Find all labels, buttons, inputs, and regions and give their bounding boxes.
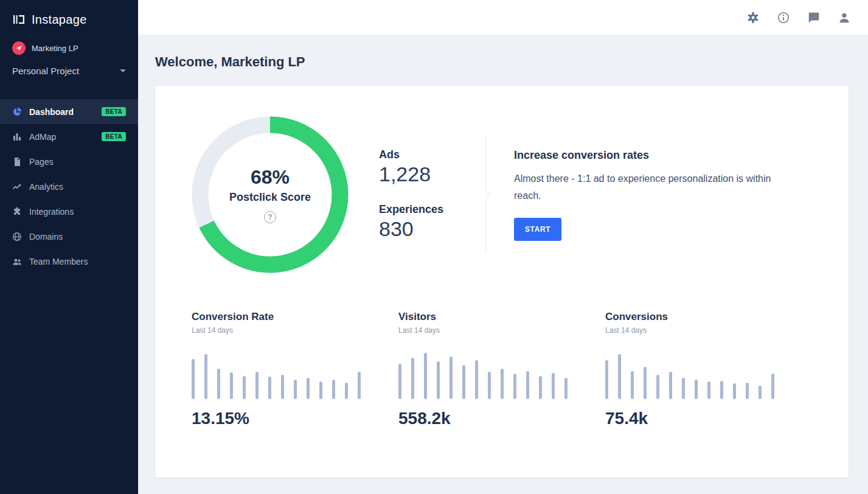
bar [307,378,310,399]
stat-label: Experiences [379,203,485,216]
admap-icon [12,132,22,142]
bar [733,383,736,399]
help-icon[interactable]: ? [264,211,276,223]
project-selector[interactable]: Personal Project [0,57,138,89]
bar [475,360,478,399]
bar [618,354,621,399]
account-name: Marketing LP [32,44,78,53]
bar [552,373,555,399]
bar [720,381,723,399]
bar [281,375,284,399]
sidebar-item-label: Analytics [29,182,63,192]
chat-icon[interactable] [807,11,821,24]
mini-chart-title: Visitors [398,311,605,323]
bar [605,360,608,399]
bar [424,353,427,399]
sidebar: Instapage Marketing LP Personal Project … [0,0,138,494]
sidebar-item-domains[interactable]: Domains [0,224,138,249]
settings-icon[interactable] [746,11,760,24]
dashboard-icon [12,107,22,117]
bar [255,372,259,399]
mini-chart-title: Conversion Rate [192,311,398,323]
bar [319,381,322,399]
bar [746,383,749,399]
instapage-logo[interactable]: Instapage [0,0,138,37]
sidebar-item-pages[interactable]: Pages [0,149,138,174]
beta-badge: BETA [102,132,126,141]
bar [501,369,504,399]
stat-value: 830 [379,217,485,241]
info-icon[interactable] [777,11,790,24]
bar [358,372,361,399]
stat-label: Ads [379,148,485,161]
bar [437,361,440,399]
bar [564,378,568,399]
sidebar-item-label: Integrations [29,207,74,217]
start-button[interactable]: START [514,218,561,241]
stat-ads: Ads 1,228 [379,148,485,186]
bar [268,377,271,399]
bar [526,371,529,399]
cta-body: Almost there - 1:1 ad to experience pers… [514,170,800,204]
cta-block: Increase conversion rates Almost there -… [486,149,812,241]
vertical-divider [485,137,486,252]
integrations-icon [12,207,22,217]
beta-badge: BETA [102,107,126,116]
bar [398,364,401,399]
bar [450,357,453,399]
sidebar-item-team-members[interactable]: Team Members [0,249,138,274]
app-root: Instapage Marketing LP Personal Project … [0,0,868,494]
bar [682,378,685,399]
gauge-value: 68% [251,166,290,189]
postclick-score-gauge: 68% Postclick Score ? [192,116,349,273]
bar [192,359,195,399]
sidebar-nav: DashboardBETAAdMapBETAPagesAnalyticsInte… [0,99,138,274]
account-row: Marketing LP [0,37,138,57]
user-icon[interactable] [838,11,851,24]
mini-chart-total: 75.4k [605,409,812,428]
logo-text: Instapage [32,13,87,27]
sidebar-item-admap[interactable]: AdMapBETA [0,124,138,149]
bar [695,380,698,399]
sidebar-item-label: AdMap [29,132,56,142]
domains-icon [12,232,22,242]
cta-title: Increase conversion rates [514,149,812,162]
bar [411,358,414,399]
pages-icon [12,157,22,167]
stat-experiences: Experiences 830 [379,203,485,241]
page-title: Welcome, Marketing LP [155,54,849,70]
gauge-center: 68% Postclick Score ? [192,116,349,273]
bar [488,372,491,399]
avatar [12,41,26,55]
mini-chart-title: Conversions [605,311,812,323]
bar [759,386,762,399]
bar [631,371,634,399]
sidebar-item-analytics[interactable]: Analytics [0,174,138,199]
mini-chart-subtitle: Last 14 days [605,326,812,335]
bar [644,367,647,399]
mini-chart-total: 13.15% [192,409,398,428]
dashboard-card: 68% Postclick Score ? Ads 1,228 Experien… [155,86,849,478]
card-top: 68% Postclick Score ? Ads 1,228 Experien… [192,116,812,273]
project-selector-label: Personal Project [12,66,79,76]
sidebar-item-dashboard[interactable]: DashboardBETA [0,99,138,124]
bar [462,365,465,399]
mini-chart-conversions: ConversionsLast 14 days75.4k [605,311,812,428]
bar [707,381,710,399]
mini-charts-row: Conversion RateLast 14 days13.15%Visitor… [192,311,812,428]
bar-chart [192,350,398,399]
main-content: Welcome, Marketing LP 68% Postclick Scor… [138,35,868,494]
stat-value: 1,228 [379,162,485,186]
mini-chart-conversion-rate: Conversion RateLast 14 days13.15% [192,311,398,428]
instapage-logo-icon [12,12,27,27]
sidebar-item-integrations[interactable]: Integrations [0,199,138,224]
analytics-icon [12,182,22,192]
sidebar-item-label: Dashboard [29,107,74,117]
sidebar-item-label: Domains [29,232,63,242]
bar [771,374,774,399]
bar [230,372,233,399]
bar [513,374,516,399]
chevron-down-icon [120,69,126,72]
bar [217,369,220,399]
bar [656,375,659,399]
